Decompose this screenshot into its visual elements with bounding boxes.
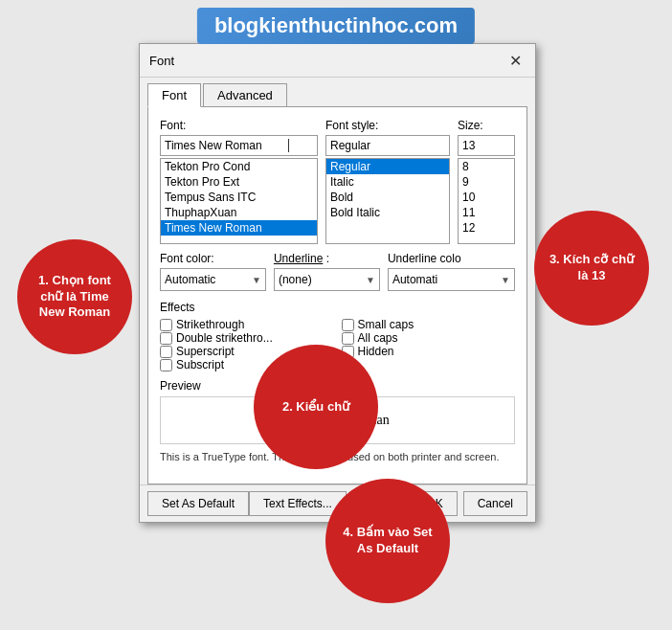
font-list-item-thuphap[interactable]: ThuphapXuan (161, 205, 317, 220)
underline-col: Underline : (none) ▼ (274, 252, 380, 291)
font-color-value: Automatic (165, 273, 215, 286)
tab-bar: Font Advanced (140, 78, 535, 106)
effects-right: Small caps All caps Hidden (342, 318, 516, 371)
style-input[interactable] (325, 135, 450, 156)
font-color-select[interactable]: Automatic ▼ (160, 268, 266, 291)
underline-color-value: Automati (392, 273, 437, 286)
font-color-label: Font color: (160, 252, 266, 265)
effect-small-caps: Small caps (342, 318, 516, 331)
style-regular[interactable]: Regular (326, 159, 449, 174)
font-list-item-tekton-cond[interactable]: Tekton Pro Cond (161, 159, 317, 174)
small-caps-label: Small caps (358, 318, 414, 331)
style-list[interactable]: Regular Italic Bold Bold Italic (325, 158, 450, 244)
superscript-checkbox[interactable] (160, 346, 172, 358)
strikethrough-label: Strikethrough (176, 318, 244, 331)
effects-label: Effects (160, 301, 515, 314)
size-list[interactable]: 8 9 10 11 12 (458, 158, 515, 244)
size-10[interactable]: 10 (459, 190, 514, 205)
size-9[interactable]: 9 (459, 174, 514, 190)
dialog-titlebar: Font ✕ (140, 44, 535, 78)
style-bold-italic[interactable]: Bold Italic (326, 205, 449, 220)
underline-label: Underline : (274, 252, 380, 265)
font-list[interactable]: Tekton Pro Cond Tekton Pro Ext Tempus Sa… (160, 158, 318, 244)
underline-color-col: Underline colo Automati ▼ (388, 252, 515, 291)
style-italic[interactable]: Italic (326, 174, 449, 190)
font-list-item-tempus[interactable]: Tempus Sans ITC (161, 190, 317, 205)
color-underline-row: Font color: Automatic ▼ Underline : (non… (160, 252, 515, 291)
size-8[interactable]: 8 (459, 159, 514, 174)
underline-color-select[interactable]: Automati ▼ (388, 268, 515, 291)
font-style-size-row: Font: Tekton Pro Cond Tekton Pro Ext Tem… (160, 119, 515, 244)
size-label: Size: (458, 119, 515, 132)
style-column: Font style: Regular Italic Bold Bold Ita… (325, 119, 450, 244)
annotation-bubble-2: 2. Kiểu chữ (254, 345, 378, 469)
annotation-bubble-4: 4. Bấm vào Set As Default (325, 479, 450, 603)
size-column: Size: 8 9 10 11 12 (458, 119, 515, 244)
small-caps-checkbox[interactable] (342, 319, 354, 331)
size-11[interactable]: 11 (459, 205, 514, 220)
style-bold[interactable]: Bold (326, 190, 449, 205)
strikethrough-checkbox[interactable] (160, 319, 172, 331)
underline-value: (none) (279, 273, 312, 286)
font-color-col: Font color: Automatic ▼ (160, 252, 266, 291)
size-12[interactable]: 12 (459, 220, 514, 236)
effect-all-caps: All caps (342, 331, 516, 345)
annotation-bubble-1: 1. Chọn font chữ là Time New Roman (17, 239, 132, 354)
double-strike-checkbox[interactable] (160, 332, 172, 345)
tab-font[interactable]: Font (147, 83, 201, 107)
size-input[interactable] (458, 135, 515, 156)
watermark-banner: blogkienthuctinhoc.com (197, 8, 475, 44)
font-list-item-times[interactable]: Times New Roman (161, 220, 317, 236)
font-column: Font: Tekton Pro Cond Tekton Pro Ext Tem… (160, 119, 318, 244)
effect-double-strike: Double strikethro... (160, 331, 334, 345)
all-caps-checkbox[interactable] (342, 332, 354, 345)
double-strike-label: Double strikethro... (176, 331, 273, 345)
cancel-button[interactable]: Cancel (463, 491, 527, 516)
close-button[interactable]: ✕ (504, 50, 526, 71)
effect-hidden: Hidden (342, 345, 516, 358)
underline-arrow: ▼ (366, 275, 375, 285)
set-default-button[interactable]: Set As Default (147, 491, 249, 516)
effect-strikethrough: Strikethrough (160, 318, 334, 331)
hidden-label: Hidden (358, 345, 394, 358)
subscript-checkbox[interactable] (160, 359, 172, 371)
annotation-bubble-3: 3. Kích cỡ chữ là 13 (534, 211, 649, 326)
tab-advanced[interactable]: Advanced (203, 83, 287, 106)
dialog-title: Font (149, 54, 174, 68)
style-label: Font style: (325, 119, 450, 132)
underline-select[interactable]: (none) ▼ (274, 268, 380, 291)
underline-color-label: Underline colo (388, 252, 515, 265)
superscript-label: Superscript (176, 345, 235, 358)
all-caps-label: All caps (358, 331, 398, 345)
font-list-item-tekton-ext[interactable]: Tekton Pro Ext (161, 174, 317, 190)
font-color-arrow: ▼ (252, 275, 261, 285)
font-label: Font: (160, 119, 318, 132)
subscript-label: Subscript (176, 358, 224, 371)
underline-color-arrow: ▼ (501, 275, 510, 285)
font-input[interactable] (160, 135, 318, 156)
